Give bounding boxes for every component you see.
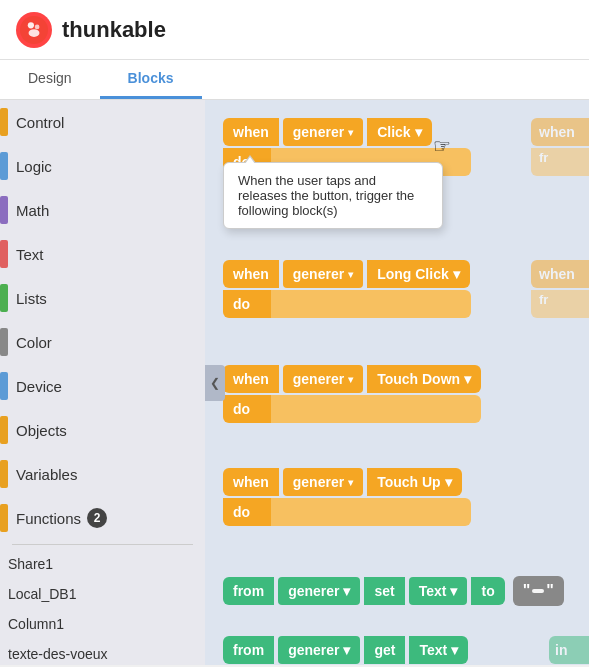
from-generer-dropdown-set[interactable]: ▾: [343, 583, 350, 599]
sidebar-item-column1[interactable]: Column1: [0, 609, 205, 639]
generer-dropdown-touch-down[interactable]: ▾: [348, 374, 353, 385]
local-db1-label: Local_DB1: [8, 586, 77, 602]
when-label-touch-up: when: [223, 468, 279, 496]
header: thunkable: [0, 0, 589, 60]
when-label-touch-down: when: [223, 365, 279, 393]
generer-chip-touch-up-label: generer: [293, 474, 344, 490]
when-touch-down-do-row: do: [223, 395, 481, 423]
from-get-text-row: from generer ▾ get Text ▾: [223, 636, 468, 664]
variables-color-bar: [0, 460, 8, 488]
svg-point-1: [28, 22, 34, 28]
right-fr2-label: fr: [531, 288, 556, 311]
from-text-prop-dropdown[interactable]: ▾: [450, 583, 457, 599]
sidebar-item-text[interactable]: Text: [0, 232, 205, 276]
touch-up-dropdown[interactable]: ▾: [445, 474, 452, 490]
tabs-bar: Design Blocks: [0, 60, 589, 100]
share1-label: Share1: [8, 556, 53, 572]
from-set-text-block: from generer ▾ set Text ▾ to " ": [223, 576, 564, 606]
string-block: " ": [513, 576, 564, 606]
touch-down-action-label: Touch Down: [377, 371, 460, 387]
lists-label: Lists: [16, 290, 47, 307]
sidebar-item-device[interactable]: Device: [0, 364, 205, 408]
sidebar-item-color[interactable]: Color: [0, 320, 205, 364]
generer-dropdown-long-click[interactable]: ▾: [348, 269, 353, 280]
objects-color-bar: [0, 416, 8, 444]
from-text-prop-get[interactable]: Text ▾: [409, 636, 468, 664]
from-generer-chip-set[interactable]: generer ▾: [278, 577, 360, 605]
sidebar-item-logic[interactable]: Logic: [0, 144, 205, 188]
when-long-click-row: when generer ▾ Long Click ▾: [223, 260, 471, 288]
from-generer-dropdown-get[interactable]: ▾: [343, 642, 350, 658]
do-connector-long-click: [261, 290, 271, 318]
set-label: set: [364, 577, 404, 605]
sidebar-categories: Control Logic Math Text Lists Color: [0, 100, 205, 540]
long-click-action[interactable]: Long Click ▾: [367, 260, 470, 288]
from-generer-get-label: generer: [288, 642, 339, 658]
click-action[interactable]: Click ▾: [367, 118, 431, 146]
functions-badge: 2: [87, 508, 107, 528]
sidebar-item-share1[interactable]: Share1: [0, 549, 205, 579]
sidebar-item-lists[interactable]: Lists: [0, 276, 205, 320]
when-touch-up-row: when generer ▾ Touch Up ▾: [223, 468, 471, 496]
sidebar-item-texte-des-voeux[interactable]: texte-des-voeux: [0, 639, 205, 665]
tab-blocks[interactable]: Blocks: [100, 60, 202, 99]
from-text-prop-get-dropdown[interactable]: ▾: [451, 642, 458, 658]
do-label-long-click: do: [223, 290, 261, 318]
do-connector-touch-up: [261, 498, 271, 526]
functions-color-bar: [0, 504, 8, 532]
tooltip-text: When the user taps and releases the butt…: [238, 173, 414, 218]
generer-chip-touch-up[interactable]: generer ▾: [283, 468, 363, 496]
sidebar-item-local-db1[interactable]: Local_DB1: [0, 579, 205, 609]
generer-chip-click[interactable]: generer ▾: [283, 118, 363, 146]
do-slot-touch-up: [271, 498, 471, 526]
get-label: get: [364, 636, 405, 664]
sidebar: Control Logic Math Text Lists Color: [0, 100, 205, 665]
generer-chip-long-click[interactable]: generer ▾: [283, 260, 363, 288]
close-quote-icon: ": [546, 582, 554, 600]
math-label: Math: [16, 202, 49, 219]
generer-dropdown-click[interactable]: ▾: [348, 127, 353, 138]
sidebar-components: Share1 Local_DB1 Column1 texte-des-voeux…: [0, 549, 205, 665]
click-dropdown[interactable]: ▾: [415, 124, 422, 140]
generer-chip-touch-down-label: generer: [293, 371, 344, 387]
when-click-row: when generer ▾ Click ▾: [223, 118, 471, 146]
generer-chip-touch-down[interactable]: generer ▾: [283, 365, 363, 393]
tab-design[interactable]: Design: [0, 60, 100, 99]
sidebar-item-variables[interactable]: Variables: [0, 452, 205, 496]
canvas: ❮ when generer ▾ Click ▾ do: [205, 100, 589, 665]
control-label: Control: [16, 114, 64, 131]
functions-label: Functions: [16, 510, 81, 527]
from-text-prop-get-label: Text: [419, 642, 447, 658]
right-do2: fr: [531, 290, 589, 318]
generer-chip-click-label: generer: [293, 124, 344, 140]
sidebar-item-objects[interactable]: Objects: [0, 408, 205, 452]
chevron-left-icon: ❮: [210, 376, 220, 390]
long-click-dropdown[interactable]: ▾: [453, 266, 460, 282]
when-label-click: when: [223, 118, 279, 146]
objects-label: Objects: [16, 422, 67, 439]
when-label-long-click: when: [223, 260, 279, 288]
from-generer-chip-get[interactable]: generer ▾: [278, 636, 360, 664]
generer-dropdown-touch-up[interactable]: ▾: [348, 477, 353, 488]
right-partial-when1: when fr: [531, 118, 589, 176]
touch-up-action[interactable]: Touch Up ▾: [367, 468, 462, 496]
sidebar-item-control[interactable]: Control: [0, 100, 205, 144]
generer-chip-long-click-label: generer: [293, 266, 344, 282]
touch-down-action[interactable]: Touch Down ▾: [367, 365, 481, 393]
sidebar-collapse-button[interactable]: ❮: [205, 365, 225, 401]
variables-label: Variables: [16, 466, 77, 483]
main-layout: Control Logic Math Text Lists Color: [0, 100, 589, 665]
text-label: Text: [16, 246, 44, 263]
string-inner-value[interactable]: [532, 589, 544, 593]
when-touch-down-row: when generer ▾ Touch Down ▾: [223, 365, 481, 393]
logic-color-bar: [0, 152, 8, 180]
click-action-label: Click: [377, 124, 410, 140]
do-label-touch-up: do: [223, 498, 261, 526]
right-do1: fr: [531, 148, 589, 176]
right-partial-when2: when fr: [531, 260, 589, 318]
touch-up-action-label: Touch Up: [377, 474, 441, 490]
from-text-prop-set[interactable]: Text ▾: [409, 577, 468, 605]
sidebar-item-math[interactable]: Math: [0, 188, 205, 232]
touch-down-dropdown[interactable]: ▾: [464, 371, 471, 387]
sidebar-item-functions[interactable]: Functions 2: [0, 496, 205, 540]
